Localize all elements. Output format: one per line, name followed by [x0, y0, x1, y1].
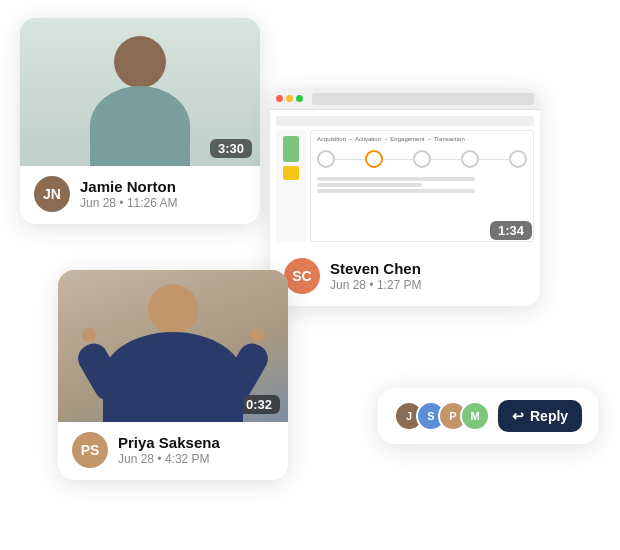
text-line-1 — [317, 177, 475, 181]
node-4 — [461, 150, 479, 168]
jamie-info: Jamie Norton Jun 28 • 11:26 AM — [80, 178, 178, 210]
steven-name: Steven Chen — [330, 260, 422, 277]
steven-duration-badge: 1:34 — [490, 221, 532, 240]
canvas-flow-nodes — [315, 146, 529, 172]
steven-avatar: SC — [284, 258, 320, 294]
node-2 — [365, 150, 383, 168]
node-5 — [509, 150, 527, 168]
canvas-text — [315, 175, 529, 195]
jamie-card-footer: JN Jamie Norton Jun 28 • 11:26 AM — [20, 166, 260, 224]
steven-video-thumbnail[interactable]: Acquisition → Activation → Engagement → … — [270, 88, 540, 248]
priya-name: Priya Saksena — [118, 434, 220, 451]
steven-info: Steven Chen Jun 28 • 1:27 PM — [330, 260, 422, 292]
reply-button[interactable]: ↩ Reply — [498, 400, 582, 432]
priya-video-thumbnail[interactable]: 0:32 — [58, 270, 288, 422]
priya-card-footer: PS Priya Saksena Jun 28 • 4:32 PM — [58, 422, 288, 480]
browser-left-sidebar — [276, 130, 306, 242]
priya-saksena-card[interactable]: 0:32 PS Priya Saksena Jun 28 • 4:32 PM — [58, 270, 288, 480]
priya-avatar: PS — [72, 432, 108, 468]
reply-icon: ↩ — [512, 408, 524, 424]
priya-info: Priya Saksena Jun 28 • 4:32 PM — [118, 434, 220, 466]
priya-date: Jun 28 • 4:32 PM — [118, 452, 220, 466]
jamie-video-thumbnail[interactable]: 3:30 — [20, 18, 260, 166]
jamie-duration-badge: 3:30 — [210, 139, 252, 158]
jamie-avatar: JN — [34, 176, 70, 212]
reply-button-label: Reply — [530, 408, 568, 424]
browser-url-bar — [312, 93, 534, 105]
reply-card: J S P M ↩ Reply — [378, 388, 598, 444]
avatar-stack: J S P M — [394, 401, 490, 431]
jamie-date: Jun 28 • 11:26 AM — [80, 196, 178, 210]
text-line-3 — [317, 189, 475, 193]
avatar-4: M — [460, 401, 490, 431]
steven-chen-card[interactable]: Acquisition → Activation → Engagement → … — [270, 88, 540, 306]
browser-bar — [270, 88, 540, 110]
jamie-norton-card[interactable]: 3:30 JN Jamie Norton Jun 28 • 11:26 AM — [20, 18, 260, 224]
node-3 — [413, 150, 431, 168]
steven-date: Jun 28 • 1:27 PM — [330, 278, 422, 292]
browser-toolbar — [276, 116, 534, 126]
steven-card-footer: SC Steven Chen Jun 28 • 1:27 PM — [270, 248, 540, 306]
jamie-name: Jamie Norton — [80, 178, 178, 195]
node-1 — [317, 150, 335, 168]
text-line-2 — [317, 183, 422, 187]
